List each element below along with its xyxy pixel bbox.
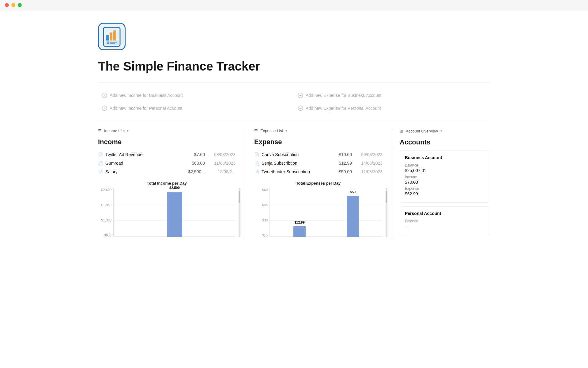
add-income-business-button[interactable]: + Add new Income for Business Account bbox=[98, 90, 187, 101]
income-list-label: Income List bbox=[104, 128, 124, 133]
chevron-down-icon-3: ▾ bbox=[440, 129, 442, 133]
doc-icon: 📄 bbox=[254, 170, 259, 174]
income-item-name-2: Salary bbox=[105, 169, 181, 174]
income-chart: Total Income per Day $2,600 $1,950 $1,30… bbox=[98, 181, 236, 237]
list-item: 📄 Tweethunter Subscribtion $50.00 11/08/… bbox=[254, 167, 383, 176]
app-logo: $ bbox=[98, 23, 126, 50]
svg-rect-6 bbox=[110, 42, 117, 43]
income-item-date-0: 08/08/2023 bbox=[211, 152, 236, 157]
y-label: $1,300 bbox=[98, 218, 111, 222]
income-list-header[interactable]: ☰ Income List ▾ bbox=[98, 128, 236, 133]
chevron-down-icon-2: ▾ bbox=[285, 129, 287, 133]
expense-item-name-2: Tweethunter Subscribtion bbox=[262, 169, 328, 174]
plus-icon-2: + bbox=[102, 105, 107, 111]
minus-icon: − bbox=[298, 93, 303, 98]
add-expense-business-button[interactable]: − Add new Expense for Business Account bbox=[294, 90, 385, 101]
add-income-business-label: Add new Income for Business Account bbox=[110, 93, 183, 98]
expense-chart: Total Expenses per Day $60 $45 $30 $15 $… bbox=[254, 181, 383, 237]
actions-row: + Add new Income for Business Account + … bbox=[98, 90, 490, 113]
expense-item-name-0: Canva Subscribtion bbox=[262, 152, 328, 157]
y-label: $2,600 bbox=[98, 188, 111, 192]
doc-icon: 📄 bbox=[254, 152, 259, 157]
personal-account-card: Personal Account Balance — bbox=[400, 206, 490, 235]
list-item: 📄 Salary $2,500... 12/08/2... bbox=[98, 167, 236, 176]
list-icon-2: ☰ bbox=[254, 128, 258, 133]
expense-list-label: Expense List bbox=[260, 128, 283, 133]
balance-value: $25,007.01 bbox=[405, 168, 485, 173]
personal-balance-value: — bbox=[405, 224, 485, 229]
add-expense-personal-label: Add new Expense for Personal Account bbox=[306, 106, 381, 111]
y-label: $650 bbox=[98, 233, 111, 237]
expense-list-header[interactable]: ☰ Expense List ▾ bbox=[254, 128, 383, 133]
doc-icon: 📄 bbox=[98, 161, 103, 166]
expense-item-date-1: 14/08/2023 bbox=[358, 161, 383, 166]
income-item-amount-0: $7.00 bbox=[183, 152, 205, 157]
business-account-card: Business Account Balance $25,007.01 Inco… bbox=[400, 151, 490, 203]
svg-rect-2 bbox=[110, 33, 112, 41]
income-chart-bars: $2,500 bbox=[113, 188, 236, 237]
list-item: 📄 Senja Subscribtion $12.99 14/08/2023 bbox=[254, 159, 383, 167]
main-page: $ The Simple Finance Tracker + Add new I… bbox=[80, 10, 508, 257]
business-expense-field: Expense $62.99 bbox=[405, 186, 485, 196]
scrollbar-2[interactable] bbox=[386, 188, 387, 237]
y-label: $15 bbox=[254, 233, 268, 237]
account-overview-header[interactable]: ⊞ Account Overview ▾ bbox=[400, 128, 490, 133]
minus-icon-2: − bbox=[298, 105, 303, 111]
doc-icon: 📄 bbox=[98, 152, 103, 157]
add-income-personal-button[interactable]: + Add new Income for Personal Account bbox=[98, 103, 186, 113]
expense-title: Expense bbox=[254, 138, 383, 146]
account-overview-label: Account Overview bbox=[406, 129, 438, 133]
personal-account-name: Personal Account bbox=[405, 211, 485, 216]
scrollbar-thumb-2 bbox=[386, 191, 387, 203]
doc-icon: 📄 bbox=[98, 170, 103, 174]
grid-icon: ⊞ bbox=[400, 128, 403, 133]
doc-icon: 📄 bbox=[254, 161, 259, 166]
personal-balance-field: Balance — bbox=[405, 219, 485, 229]
plus-icon: + bbox=[102, 93, 107, 98]
scrollbar[interactable] bbox=[239, 188, 240, 237]
income-item-amount-2: $2,500... bbox=[183, 169, 205, 174]
expense-label: Expense bbox=[405, 186, 485, 191]
window-chrome bbox=[0, 0, 588, 10]
income-bar: $2,500 bbox=[167, 192, 182, 237]
logo-area: $ bbox=[98, 23, 490, 50]
y-label: $1,950 bbox=[98, 203, 111, 207]
income-item-amount-1: $63.00 bbox=[183, 161, 205, 166]
divider-mid bbox=[98, 121, 490, 121]
add-expense-personal-button[interactable]: − Add new Expense for Personal Account bbox=[294, 103, 385, 113]
divider-top bbox=[98, 82, 490, 83]
y-label: $60 bbox=[254, 188, 268, 192]
scrollbar-thumb bbox=[239, 191, 240, 203]
bar-value-label: $12.99 bbox=[294, 220, 305, 224]
accounts-title: Accounts bbox=[400, 138, 490, 146]
expense-value: $62.99 bbox=[405, 191, 485, 196]
expense-column: ☰ Expense List ▾ Expense 📄 Canva Subscri… bbox=[245, 128, 392, 239]
business-balance-field: Balance $25,007.01 bbox=[405, 163, 485, 173]
add-expense-business-label: Add new Expense for Business Account bbox=[306, 93, 381, 98]
list-item: 📄 Twitter Ad Revenue $7.00 08/08/2023 bbox=[98, 150, 236, 159]
income-item-name-1: Gumroad bbox=[105, 161, 181, 166]
expense-chart-title: Total Expenses per Day bbox=[254, 181, 383, 186]
income-value: $70.00 bbox=[405, 180, 485, 185]
expense-bar-1: $12.99 bbox=[293, 226, 306, 237]
personal-balance-label: Balance bbox=[405, 219, 485, 223]
close-button[interactable] bbox=[5, 3, 9, 7]
income-chart-y-axis: $2,600 $1,950 $1,300 $650 bbox=[98, 188, 113, 237]
business-income-field: Income $70.00 bbox=[405, 175, 485, 185]
income-title: Income bbox=[98, 138, 236, 146]
expense-item-name-1: Senja Subscribtion bbox=[262, 161, 328, 166]
maximize-button[interactable] bbox=[18, 3, 22, 7]
income-item-name-0: Twitter Ad Revenue bbox=[105, 152, 181, 157]
income-item-date-2: 12/08/2... bbox=[211, 169, 236, 174]
expense-list: 📄 Canva Subscribtion $10.00 09/08/2023 📄… bbox=[254, 150, 383, 176]
business-account-name: Business Account bbox=[405, 155, 485, 160]
expense-item-date-0: 09/08/2023 bbox=[358, 152, 383, 157]
expense-chart-y-axis: $60 $45 $30 $15 bbox=[254, 188, 270, 237]
add-income-personal-label: Add new Income for Personal Account bbox=[110, 106, 182, 111]
expense-actions: − Add new Expense for Business Account −… bbox=[294, 90, 490, 113]
bar-value-label: $50 bbox=[350, 190, 356, 194]
minimize-button[interactable] bbox=[11, 3, 15, 7]
account-column: ⊞ Account Overview ▾ Accounts Business A… bbox=[392, 128, 490, 239]
list-item: 📄 Gumroad $63.00 11/08/2023 bbox=[98, 159, 236, 167]
y-label: $30 bbox=[254, 218, 268, 222]
